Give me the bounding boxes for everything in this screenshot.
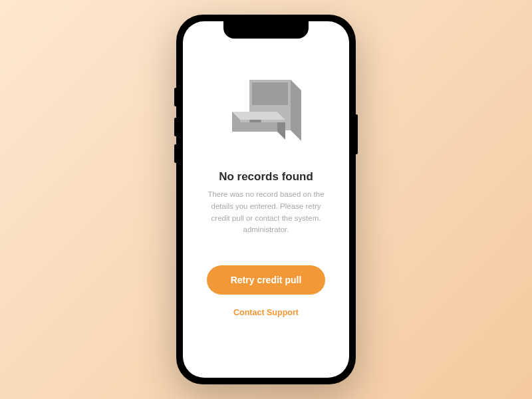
empty-state-title: No records found xyxy=(219,170,313,184)
retry-button[interactable]: Retry credit pull xyxy=(207,265,326,295)
empty-drawer-icon xyxy=(216,68,316,161)
phone-frame: No records found There was no record bas… xyxy=(176,15,356,384)
contact-support-link[interactable]: Contact Support xyxy=(233,308,299,317)
svg-marker-7 xyxy=(240,120,285,122)
phone-notch xyxy=(223,21,309,39)
empty-state-subtitle: There was no record based on the details… xyxy=(199,189,333,236)
app-screen: No records found There was no record bas… xyxy=(183,21,349,378)
svg-marker-6 xyxy=(232,112,285,120)
svg-marker-1 xyxy=(291,80,301,141)
svg-rect-3 xyxy=(252,82,288,105)
svg-rect-8 xyxy=(249,120,261,122)
